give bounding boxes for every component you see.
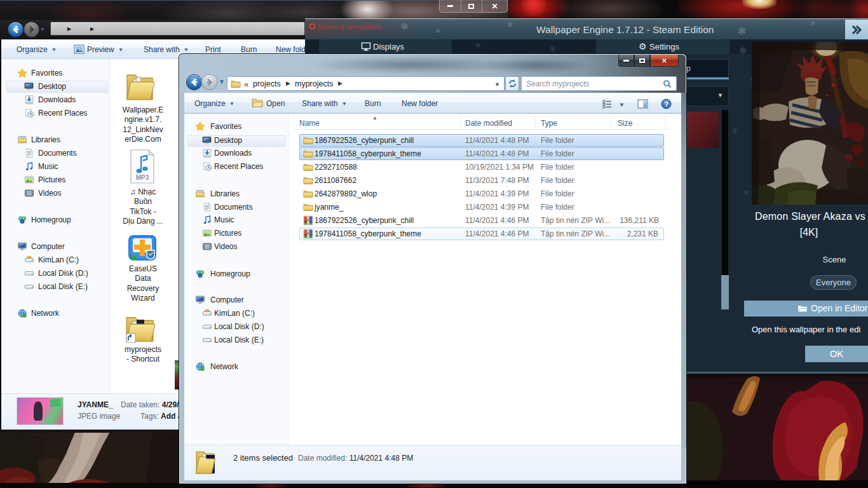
svg-text:MP3: MP3 bbox=[136, 174, 149, 181]
svg-text:?: ? bbox=[664, 100, 668, 108]
